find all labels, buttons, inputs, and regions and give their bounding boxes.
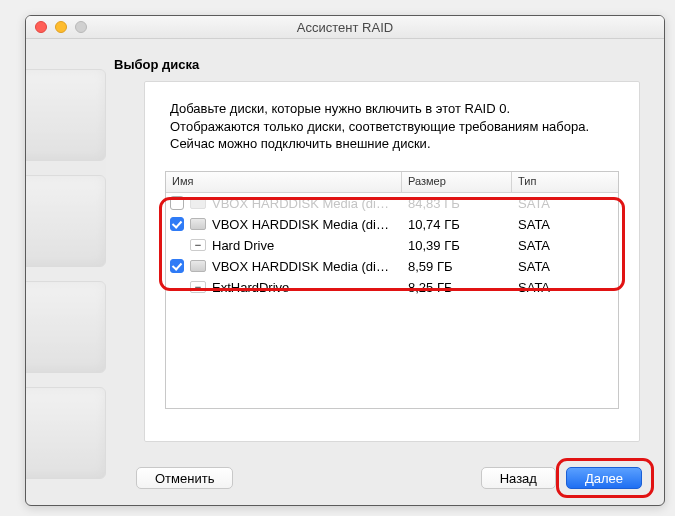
disk-type: SATA (512, 259, 618, 274)
close-icon[interactable] (35, 21, 47, 33)
hdd-icon (25, 175, 106, 267)
disk-type: SATA (512, 196, 618, 211)
intro-text: Добавьте диски, которые нужно включить в… (145, 82, 639, 163)
hdd-icon (25, 281, 106, 373)
table-row[interactable]: VBOX HARDDISK Media (di…84,83 ГБSATA (166, 193, 618, 214)
content-area: Выбор диска Добавьте диски, которые нужн… (26, 39, 664, 505)
disk-size: 10,39 ГБ (402, 238, 512, 253)
volume-icon: − (190, 281, 206, 293)
disk-selection-panel: Добавьте диски, которые нужно включить в… (144, 81, 640, 442)
row-checkbox[interactable] (170, 217, 184, 231)
checkbox-placeholder (170, 238, 184, 252)
disk-type: SATA (512, 280, 618, 295)
window-controls (26, 21, 87, 33)
table-row[interactable]: VBOX HARDDISK Media (di…8,59 ГБSATA (166, 256, 618, 277)
disk-name: VBOX HARDDISK Media (di… (212, 259, 389, 274)
back-button[interactable]: Назад (481, 467, 556, 489)
table-row[interactable]: −Hard Drive10,39 ГБSATA (166, 235, 618, 256)
sidebar-illustration (25, 69, 106, 506)
disk-size: 84,83 ГБ (402, 196, 512, 211)
page-heading: Выбор диска (114, 57, 199, 72)
hdd-icon (25, 69, 106, 161)
disk-icon (190, 197, 206, 209)
disk-size: 8,59 ГБ (402, 259, 512, 274)
button-bar: Отменить Назад Далее (26, 451, 664, 505)
intro-line: Сейчас можно подключить внешние диски. (170, 136, 431, 151)
intro-line: Добавьте диски, которые нужно включить в… (170, 101, 510, 116)
row-checkbox[interactable] (170, 196, 184, 210)
row-checkbox[interactable] (170, 259, 184, 273)
column-header-name[interactable]: Имя (166, 172, 402, 192)
table-row[interactable]: −ExtHardDrive8,25 ГБSATA (166, 277, 618, 298)
titlebar: Ассистент RAID (26, 16, 664, 39)
next-button[interactable]: Далее (566, 467, 642, 489)
minimize-icon[interactable] (55, 21, 67, 33)
disk-size: 10,74 ГБ (402, 217, 512, 232)
cancel-button[interactable]: Отменить (136, 467, 233, 489)
disk-table: Имя Размер Тип VBOX HARDDISK Media (di…8… (165, 171, 619, 409)
table-row[interactable]: VBOX HARDDISK Media (di…10,74 ГБSATA (166, 214, 618, 235)
volume-icon: − (190, 239, 206, 251)
disk-name: Hard Drive (212, 238, 274, 253)
raid-assistant-window: Ассистент RAID Выбор диска Добавьте диск… (25, 15, 665, 506)
disk-type: SATA (512, 238, 618, 253)
disk-type: SATA (512, 217, 618, 232)
column-header-size[interactable]: Размер (402, 172, 512, 192)
window-title: Ассистент RAID (26, 20, 664, 35)
table-body: VBOX HARDDISK Media (di…84,83 ГБSATAVBOX… (166, 193, 618, 298)
maximize-icon (75, 21, 87, 33)
disk-name: ExtHardDrive (212, 280, 289, 295)
disk-icon (190, 218, 206, 230)
disk-size: 8,25 ГБ (402, 280, 512, 295)
disk-name: VBOX HARDDISK Media (di… (212, 217, 389, 232)
disk-icon (190, 260, 206, 272)
table-header: Имя Размер Тип (166, 172, 618, 193)
disk-name: VBOX HARDDISK Media (di… (212, 196, 389, 211)
column-header-type[interactable]: Тип (512, 172, 618, 192)
checkbox-placeholder (170, 280, 184, 294)
intro-line: Отображаются только диски, соответствующ… (170, 119, 589, 134)
